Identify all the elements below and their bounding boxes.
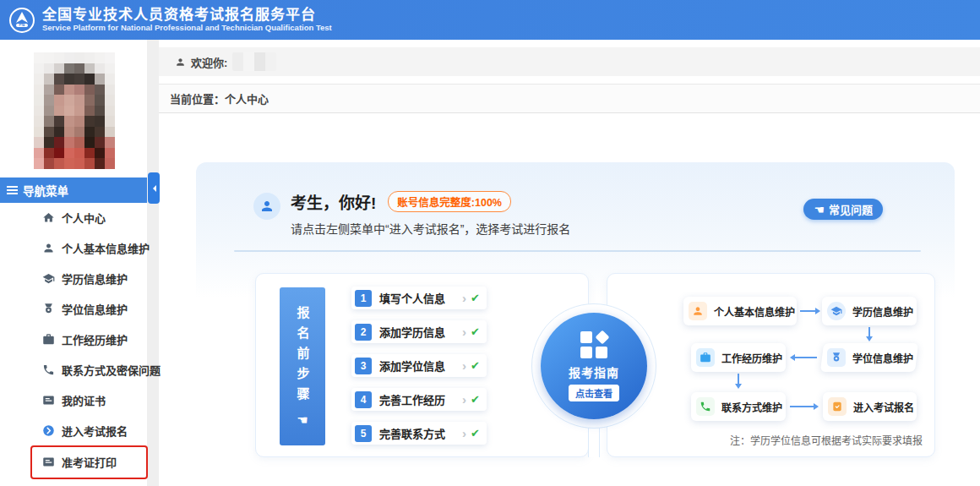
welcome-label: 欢迎你: xyxy=(191,54,227,70)
sidebar-item-personal-center[interactable]: 个人中心 xyxy=(0,205,147,229)
avatar xyxy=(253,193,280,220)
user-icon xyxy=(259,199,275,214)
breadcrumb-label: 当前位置：个人中心 xyxy=(170,90,269,106)
app-title: 全国专业技术人员资格考试报名服务平台 xyxy=(42,7,332,24)
chevron-right-icon: › xyxy=(462,325,466,338)
user-icon xyxy=(689,302,707,320)
sidebar-collapse-toggle[interactable] xyxy=(148,172,160,204)
graduation-cap-icon xyxy=(42,272,55,285)
chevron-right-icon: › xyxy=(462,292,466,304)
sidebar-item-enter-exam[interactable]: 进入考试报名 xyxy=(0,418,147,442)
home-icon xyxy=(42,211,55,224)
flow-node-degree[interactable]: 学位信息维护 xyxy=(820,343,918,372)
phone-icon xyxy=(42,363,55,376)
hamburger-icon xyxy=(7,186,18,194)
flow-arrow-right xyxy=(800,310,819,312)
flow-arrow-right xyxy=(790,406,817,407)
personal-center-panel: 考生，你好! 账号信息完整度:100% 请点击左侧菜单中“进入考试报名”，选择考… xyxy=(196,162,955,486)
flow-node-education[interactable]: 学历信息维护 xyxy=(822,297,917,325)
degree-medal-icon xyxy=(42,303,55,315)
check-icon: ✔ xyxy=(471,325,480,338)
user-icon xyxy=(175,57,186,68)
flow-arrow-left xyxy=(792,357,817,358)
step-fill-personal-info[interactable]: 1 填写个人信息 › ✔ xyxy=(351,287,487,309)
chevron-right-icon: › xyxy=(462,393,466,406)
certificate-icon xyxy=(42,394,55,407)
step-complete-contact[interactable]: 5 完善联系方式 › ✔ xyxy=(351,422,487,445)
sidebar-gutter xyxy=(147,40,159,486)
nav-menu-header: 导航菜单 xyxy=(0,177,147,203)
sidebar: 导航菜单 个人中心 个人基本信息维护 学历信息维护 学位信息维护 工作经历维护 … xyxy=(0,40,147,486)
section-divider xyxy=(234,250,921,252)
enter-exam-icon xyxy=(42,424,55,437)
exam-guide-button[interactable]: 报考指南 点击查看 xyxy=(541,313,647,419)
page: PTA 全国专业技术人员资格考试报名服务平台 Service Platform … xyxy=(0,0,980,486)
flow-node-work-history[interactable]: 工作经历维护 xyxy=(691,343,786,372)
app-header: PTA 全国专业技术人员资格考试报名服务平台 Service Platform … xyxy=(0,0,980,40)
avatar-photo xyxy=(34,52,115,169)
step-add-degree[interactable]: 3 添加学位信息 › ✔ xyxy=(351,354,487,377)
flow-node-contact[interactable]: 联系方式维护 xyxy=(691,392,786,421)
app-subtitle: Service Platform for National Profession… xyxy=(42,24,332,33)
greeting-title: 考生，你好! xyxy=(291,190,376,213)
flow-node-basic-info[interactable]: 个人基本信息维护 xyxy=(683,297,797,325)
graduation-cap-icon xyxy=(827,302,846,320)
account-completeness-badge: 账号信息完整度:100% xyxy=(388,191,511,212)
sidebar-item-work-history[interactable]: 工作经历维护 xyxy=(0,327,147,351)
briefcase-icon xyxy=(696,348,715,367)
exam-entry-icon xyxy=(828,397,847,416)
nav-menu-title: 导航菜单 xyxy=(23,182,68,199)
steps-banner-label: 报名前步骤 xyxy=(294,306,312,407)
pointing-hand-icon: ☚ xyxy=(297,412,308,428)
sidebar-item-basic-info[interactable]: 个人基本信息维护 xyxy=(0,236,147,259)
chevron-left-icon xyxy=(150,185,156,192)
sidebar-item-degree-info[interactable]: 学位信息维护 xyxy=(0,297,147,320)
faq-button[interactable]: ☚ 常见问题 xyxy=(803,199,883,220)
greeting-subtitle: 请点击左侧菜单中“进入考试报名”，选择考试进行报名 xyxy=(291,220,570,237)
sidebar-item-education-info[interactable]: 学历信息维护 xyxy=(0,266,147,290)
pointing-hand-icon: ☚ xyxy=(814,203,825,216)
sidebar-item-admission-ticket-print[interactable]: 准考证打印 xyxy=(0,450,147,473)
phone-icon xyxy=(696,397,715,416)
flow-arrow-down xyxy=(738,374,739,387)
guide-view-button[interactable]: 点击查看 xyxy=(569,385,619,401)
flow-node-enter-exam[interactable]: 进入考试报名 xyxy=(823,392,917,421)
briefcase-icon xyxy=(42,333,55,346)
check-icon: ✔ xyxy=(471,393,480,406)
chevron-right-icon: › xyxy=(462,427,466,440)
user-icon xyxy=(42,242,55,254)
guide-title: 报考指南 xyxy=(569,363,619,380)
username-redacted xyxy=(232,52,276,71)
pta-emblem-icon: PTA xyxy=(8,7,35,34)
admission-ticket-icon xyxy=(42,456,55,468)
check-icon: ✔ xyxy=(471,359,480,372)
steps-banner: 报名前步骤 ☚ xyxy=(280,287,325,445)
welcome-bar: 欢迎你: xyxy=(159,47,980,76)
step-add-education[interactable]: 2 添加学历信息 › ✔ xyxy=(351,320,487,343)
svg-text:PTA: PTA xyxy=(19,24,25,27)
sidebar-item-my-certificates[interactable]: 我的证书 xyxy=(0,388,147,412)
degree-medal-icon xyxy=(827,348,846,367)
breadcrumb: 当前位置：个人中心 xyxy=(159,84,980,113)
flow-note: 注：学历学位信息可根据考试实际要求填报 xyxy=(730,433,923,447)
check-icon: ✔ xyxy=(471,292,480,304)
guide-grid-icon xyxy=(580,331,608,359)
check-icon: ✔ xyxy=(471,427,480,440)
sidebar-item-contact-security[interactable]: 联系方式及密保问题 xyxy=(0,358,147,381)
chevron-right-icon: › xyxy=(462,359,466,372)
step-complete-work-history[interactable]: 4 完善工作经历 › ✔ xyxy=(351,388,487,411)
flow-arrow-down xyxy=(868,327,870,340)
